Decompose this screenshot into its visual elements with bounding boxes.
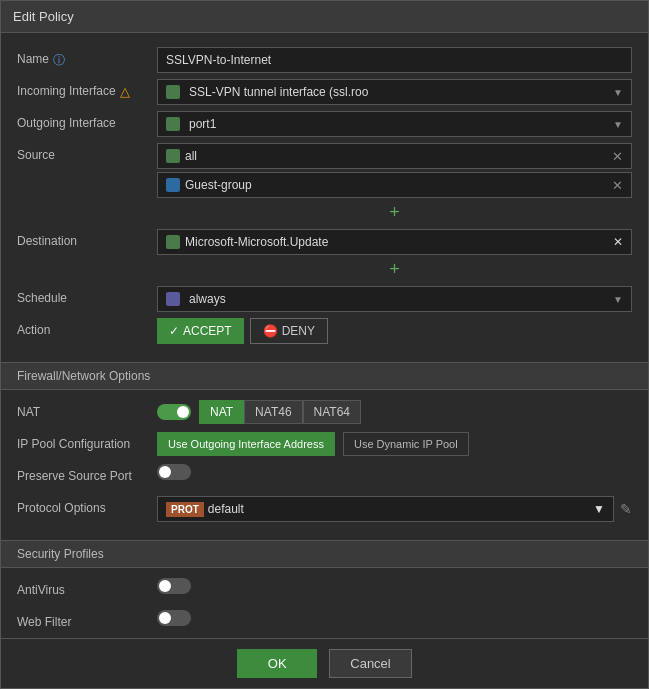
webfilter-row: Web Filter	[17, 610, 632, 636]
antivirus-row: AntiVirus	[17, 578, 632, 604]
outgoing-row: Outgoing Interface port1 ▼	[17, 111, 632, 137]
destination-row: Destination Microsoft-Microsoft.Update ✕…	[17, 229, 632, 280]
schedule-icon	[166, 292, 180, 306]
name-input[interactable]	[157, 47, 632, 73]
nat-button-group: NAT NAT46 NAT64	[199, 400, 361, 424]
schedule-label: Schedule	[17, 286, 157, 305]
name-info-icon[interactable]: ⓘ	[53, 52, 65, 69]
name-control	[157, 47, 632, 73]
source-guest-remove[interactable]: ✕	[612, 178, 623, 193]
dialog-footer: OK Cancel	[1, 638, 648, 688]
cancel-button[interactable]: Cancel	[329, 649, 411, 678]
ip-pool-use-dynamic-btn[interactable]: Use Dynamic IP Pool	[343, 432, 469, 456]
preserve-control	[157, 464, 632, 480]
nat-label: NAT	[17, 400, 157, 419]
destination-add-button[interactable]: +	[157, 258, 632, 280]
outgoing-label: Outgoing Interface	[17, 111, 157, 130]
ip-pool-row: IP Pool Configuration Use Outgoing Inter…	[17, 432, 632, 458]
schedule-row: Schedule always ▼	[17, 286, 632, 312]
protocol-row: Protocol Options PROT default ▼ ✎	[17, 496, 632, 522]
source-guest-icon	[166, 178, 180, 192]
antivirus-toggle[interactable]	[157, 578, 191, 594]
webfilter-toggle-knob	[159, 612, 171, 624]
destination-control: Microsoft-Microsoft.Update ✕ +	[157, 229, 632, 280]
webfilter-label: Web Filter	[17, 610, 157, 629]
protocol-control: PROT default ▼ ✎	[157, 496, 632, 522]
outgoing-icon	[166, 117, 180, 131]
ip-pool-label: IP Pool Configuration	[17, 432, 157, 451]
preserve-label: Preserve Source Port	[17, 464, 157, 483]
incoming-control: SSL-VPN tunnel interface (ssl.roo ▼	[157, 79, 632, 105]
deny-button[interactable]: ⛔ DENY	[250, 318, 328, 344]
action-control: ✓ ACCEPT ⛔ DENY	[157, 318, 632, 344]
protocol-select[interactable]: PROT default ▼	[157, 496, 614, 522]
ip-pool-control: Use Outgoing Interface Address Use Dynam…	[157, 432, 632, 456]
source-all-remove[interactable]: ✕	[612, 149, 623, 164]
outgoing-control: port1 ▼	[157, 111, 632, 137]
destination-ms-icon	[166, 235, 180, 249]
schedule-select[interactable]: always ▼	[157, 286, 632, 312]
security-section: AntiVirus Web Filter	[1, 574, 648, 638]
prot-badge: PROT	[166, 502, 204, 517]
accept-button[interactable]: ✓ ACCEPT	[157, 318, 244, 344]
webfilter-control	[157, 610, 632, 626]
incoming-label: Incoming Interface △	[17, 79, 157, 99]
nat-btn-nat[interactable]: NAT	[199, 400, 244, 424]
antivirus-control	[157, 578, 632, 594]
protocol-arrow: ▼	[593, 502, 605, 516]
preserve-toggle-knob	[159, 466, 171, 478]
name-label: Name ⓘ	[17, 47, 157, 69]
source-item-all: all ✕	[157, 143, 632, 169]
nat-btn-nat46[interactable]: NAT46	[244, 400, 302, 424]
schedule-control: always ▼	[157, 286, 632, 312]
preserve-toggle[interactable]	[157, 464, 191, 480]
source-add-button[interactable]: +	[157, 201, 632, 223]
incoming-warning-icon: △	[120, 84, 130, 99]
nat-control: NAT NAT46 NAT64	[157, 400, 632, 424]
nat-btn-nat64[interactable]: NAT64	[303, 400, 361, 424]
accept-check-icon: ✓	[169, 324, 179, 338]
destination-ms-remove[interactable]: ✕	[613, 235, 623, 249]
destination-item-ms: Microsoft-Microsoft.Update ✕	[157, 229, 632, 255]
dialog-title: Edit Policy	[1, 1, 648, 33]
destination-label: Destination	[17, 229, 157, 248]
firewall-section: NAT NAT NAT46 NAT64	[1, 396, 648, 532]
name-row: Name ⓘ	[17, 47, 632, 73]
source-label: Source	[17, 143, 157, 162]
source-row: Source all ✕ Guest-group	[17, 143, 632, 223]
schedule-arrow: ▼	[613, 294, 623, 305]
nat-toggle[interactable]	[157, 404, 191, 420]
main-section: Name ⓘ Incoming Interface △ SS	[1, 43, 648, 354]
deny-block-icon: ⛔	[263, 324, 278, 338]
outgoing-arrow: ▼	[613, 119, 623, 130]
source-all-icon	[166, 149, 180, 163]
ip-pool-use-outgoing-btn[interactable]: Use Outgoing Interface Address	[157, 432, 335, 456]
edit-policy-dialog: Edit Policy Name ⓘ Incoming Interface △	[0, 0, 649, 689]
source-item-guest: Guest-group ✕	[157, 172, 632, 198]
outgoing-select[interactable]: port1 ▼	[157, 111, 632, 137]
protocol-edit-icon[interactable]: ✎	[620, 501, 632, 517]
webfilter-toggle[interactable]	[157, 610, 191, 626]
antivirus-label: AntiVirus	[17, 578, 157, 597]
firewall-section-header: Firewall/Network Options	[1, 362, 648, 390]
action-buttons: ✓ ACCEPT ⛔ DENY	[157, 318, 632, 344]
incoming-icon	[166, 85, 180, 99]
protocol-label: Protocol Options	[17, 496, 157, 515]
action-label: Action	[17, 318, 157, 337]
incoming-arrow: ▼	[613, 87, 623, 98]
antivirus-toggle-knob	[159, 580, 171, 592]
incoming-row: Incoming Interface △ SSL-VPN tunnel inte…	[17, 79, 632, 105]
source-control: all ✕ Guest-group ✕ +	[157, 143, 632, 223]
action-row: Action ✓ ACCEPT ⛔ DENY	[17, 318, 632, 344]
preserve-row: Preserve Source Port	[17, 464, 632, 490]
nat-toggle-knob	[177, 406, 189, 418]
security-section-header: Security Profiles	[1, 540, 648, 568]
nat-row: NAT NAT NAT46 NAT64	[17, 400, 632, 426]
incoming-select[interactable]: SSL-VPN tunnel interface (ssl.roo ▼	[157, 79, 632, 105]
ok-button[interactable]: OK	[237, 649, 317, 678]
dialog-body: Name ⓘ Incoming Interface △ SS	[1, 33, 648, 638]
